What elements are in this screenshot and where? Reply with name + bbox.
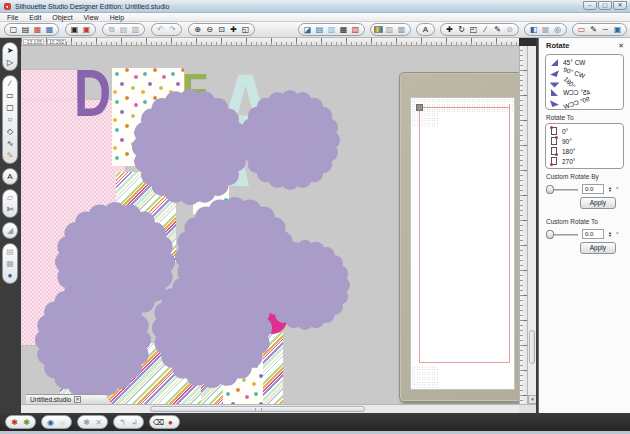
rounded-rect-icon[interactable]: ▢ xyxy=(4,102,16,113)
scallop-circle-6[interactable] xyxy=(35,282,151,398)
scallop-circle-1[interactable] xyxy=(132,89,248,205)
rotate-by-input[interactable]: 0.0 xyxy=(582,184,604,194)
scallop-circle-5[interactable] xyxy=(260,240,350,330)
save-icon[interactable]: ▦ xyxy=(32,24,43,35)
save-as-icon[interactable]: ▦ xyxy=(44,24,55,35)
grid-icon[interactable]: ▦ xyxy=(540,24,551,35)
page-icon[interactable]: ▤ xyxy=(4,246,16,257)
slider-thumb[interactable] xyxy=(546,230,554,239)
paste-icon[interactable]: ▤ xyxy=(118,24,129,35)
store-icon[interactable]: ● xyxy=(4,270,16,281)
text-style-icon[interactable]: A xyxy=(420,24,431,35)
horizontal-scrollbar[interactable] xyxy=(21,404,519,413)
menu-item[interactable]: File xyxy=(7,14,18,21)
cut-border-icon[interactable]: ▭ xyxy=(576,24,587,35)
red-flower-icon[interactable]: ✱ xyxy=(9,417,20,428)
apply-rotate-by-button[interactable]: Apply xyxy=(580,197,616,209)
arrow-down-icon[interactable]: ↲ xyxy=(129,417,140,428)
rotate-to-0[interactable]: 0° xyxy=(546,126,623,136)
design-canvas[interactable]: D F A xyxy=(21,46,519,404)
print-setup-icon[interactable]: ▣ xyxy=(81,24,92,35)
fill-gradient-icon[interactable]: ▩ xyxy=(396,24,407,35)
rotate-by-slider[interactable] xyxy=(546,185,578,194)
letter-d[interactable]: D xyxy=(74,68,111,119)
rotate-to-stepper[interactable]: ▲ ▼ xyxy=(608,231,612,238)
design-page-icon[interactable]: ◪ xyxy=(302,24,313,35)
rotate-icon[interactable]: ↻ xyxy=(456,24,467,35)
menu-item[interactable]: View xyxy=(84,14,99,21)
pen-icon[interactable]: ✎ xyxy=(588,24,599,35)
draw-icon[interactable]: ✎ xyxy=(4,150,16,161)
fill-color-icon[interactable] xyxy=(374,26,383,33)
rotate-to-90[interactable]: 90° xyxy=(546,136,623,146)
gray-flower-icon[interactable]: ✱ xyxy=(81,417,92,428)
rotate-to-slider[interactable] xyxy=(546,230,578,239)
edit-points-icon[interactable]: ✎ xyxy=(492,24,503,35)
vertical-scroll-thumb[interactable] xyxy=(529,330,535,364)
redo-icon[interactable]: ↷ xyxy=(167,24,178,35)
zoom-out-icon[interactable]: ⊖ xyxy=(204,24,215,35)
shadow-icon[interactable]: ◢ xyxy=(4,225,16,236)
tab-close-icon[interactable]: ✕ xyxy=(74,396,81,403)
rotate-by-stepper[interactable]: ▲ ▼ xyxy=(608,186,612,193)
menu-item[interactable]: Object xyxy=(52,14,72,21)
polygon-icon[interactable]: ◇ xyxy=(4,126,16,137)
page[interactable] xyxy=(410,97,515,390)
orientation-icon[interactable]: ▦ xyxy=(338,24,349,35)
line-icon[interactable]: ∕ xyxy=(4,78,16,89)
trace-icon[interactable]: ◧ xyxy=(528,24,539,35)
rotate-45-cw[interactable]: 45° CW xyxy=(546,57,623,67)
minimize-button[interactable]: – xyxy=(583,1,597,10)
rotate-90-cw[interactable]: 90° CW xyxy=(546,67,623,77)
horizontal-scroll-thumb[interactable] xyxy=(150,406,365,412)
mat-blue-icon[interactable]: ▣ xyxy=(612,24,623,35)
maximize-button[interactable]: ▢ xyxy=(598,1,612,10)
new-document-icon[interactable]: ▢ xyxy=(8,24,19,35)
drag-zoom-icon[interactable]: ⊡ xyxy=(216,24,227,35)
arrow-up-icon[interactable]: ↰ xyxy=(117,417,128,428)
fill-pattern-icon[interactable]: ▨ xyxy=(384,24,395,35)
green-flower-icon[interactable]: ✱ xyxy=(21,417,32,428)
rotate-to-270[interactable]: 270° xyxy=(546,156,623,166)
library-icon[interactable]: ▦ xyxy=(4,258,16,269)
fit-page-icon[interactable]: ◱ xyxy=(240,24,251,35)
rectangle-icon[interactable]: ▭ xyxy=(4,90,16,101)
rotate-to-180[interactable]: 180° xyxy=(546,146,623,156)
perforation-icon[interactable]: ┄ xyxy=(600,24,611,35)
margins-icon[interactable]: ▧ xyxy=(350,24,361,35)
stepper-down-icon[interactable]: ▼ xyxy=(608,234,612,238)
text-tool-icon[interactable]: A xyxy=(4,171,16,182)
scallop-circle-7[interactable] xyxy=(152,268,272,388)
mat-visibility-icon[interactable]: ▥ xyxy=(326,24,337,35)
menu-item[interactable]: Help xyxy=(110,14,124,21)
ellipse-icon[interactable]: ○ xyxy=(4,114,16,125)
menu-item[interactable]: Edit xyxy=(29,14,41,21)
record-icon[interactable]: ● xyxy=(165,417,176,428)
apply-rotate-to-button[interactable]: Apply xyxy=(580,242,616,254)
margin-handle[interactable] xyxy=(416,104,423,111)
edit-points-icon[interactable]: ▷ xyxy=(4,57,16,68)
line-style-icon[interactable]: ∕ xyxy=(480,24,491,35)
rotate-to-input[interactable]: 0.0 xyxy=(582,229,604,239)
snap-icon[interactable]: ◎ xyxy=(552,24,563,35)
open-icon[interactable]: ▤ xyxy=(20,24,31,35)
scale-icon[interactable]: ◰ xyxy=(468,24,479,35)
eraser-icon[interactable]: ⌫ xyxy=(153,417,164,428)
pan-icon[interactable]: ✚ xyxy=(228,24,239,35)
document-tab[interactable]: Untitled.studio ✕ xyxy=(26,394,112,404)
move-icon[interactable]: ✚ xyxy=(444,24,455,35)
vertical-scrollbar[interactable]: ▾ xyxy=(527,46,536,404)
undo-icon[interactable]: ↶ xyxy=(155,24,166,35)
rotate-180[interactable]: 180° xyxy=(546,77,623,87)
paste-front-icon[interactable]: ▥ xyxy=(130,24,141,35)
lock-icon[interactable]: ⊘ xyxy=(504,24,515,35)
copy-icon[interactable]: ⧉ xyxy=(106,24,117,35)
blue-magnifier-icon[interactable]: ◉ xyxy=(45,417,56,428)
print-icon[interactable]: ▣ xyxy=(69,24,80,35)
stepper-down-icon[interactable]: ▼ xyxy=(608,189,612,193)
page-color-icon[interactable]: ▤ xyxy=(314,24,325,35)
delete-icon[interactable]: ✕ xyxy=(93,417,104,428)
scallop-circle-2[interactable] xyxy=(240,90,340,190)
rotate-90-ccw[interactable]: 90° CCW xyxy=(546,97,623,107)
zoom-in-icon[interactable]: ⊕ xyxy=(192,24,203,35)
